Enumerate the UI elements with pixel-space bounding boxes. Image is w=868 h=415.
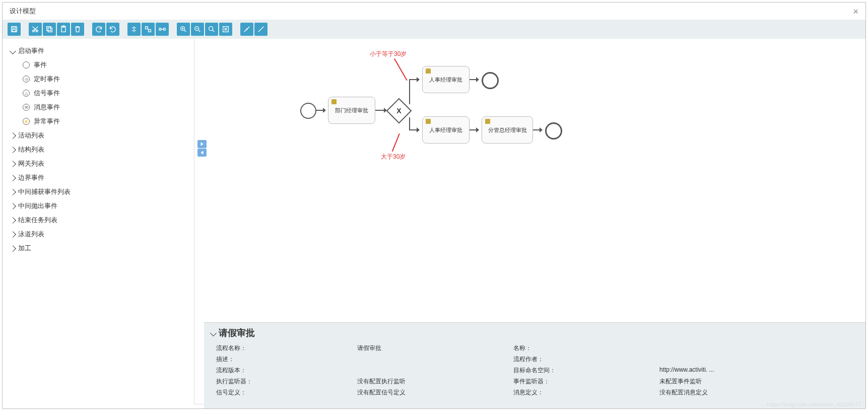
copy-button[interactable] [43,23,56,36]
prop-value[interactable]: 没有配置执行监听 [357,377,503,386]
cut-icon [31,25,39,33]
zoom-fit-button[interactable] [219,23,232,36]
cut-button[interactable] [29,23,42,36]
prop-value[interactable]: 没有配置消息定义 [659,388,790,397]
section-intermediate-catch[interactable]: 中间捕获事件列表 [11,185,186,199]
annotation-arrow [394,58,408,81]
bpmn-exclusive-gateway[interactable]: X [386,98,412,124]
prop-label: 信号定义： [216,388,347,397]
circle-icon [23,61,30,68]
sequence-flow[interactable] [470,129,479,130]
zoom-out-button[interactable] [191,23,204,36]
prop-value[interactable] [659,355,790,364]
spacing-button[interactable] [156,23,169,36]
same-size-button[interactable] [142,23,155,36]
sequence-flow[interactable] [470,79,479,80]
section-label: 加工 [18,244,31,253]
sequence-flow[interactable] [409,79,419,80]
section-label: 活动列表 [18,131,44,140]
section-label: 中间捕获事件列表 [18,187,71,196]
prop-value[interactable] [659,344,790,353]
delete-button[interactable] [71,23,84,36]
section-end-events[interactable]: 结束任务列表 [11,213,186,227]
properties-title[interactable]: 请假审批 [204,323,865,343]
prop-value[interactable]: 没有配置信号定义 [357,388,503,397]
toolbar [3,20,865,39]
paste-button[interactable] [57,23,70,36]
section-gateways[interactable]: 网关列表 [11,157,186,171]
redo-button[interactable] [92,23,105,36]
section-intermediate-throw[interactable]: 中间抛出事件 [11,199,186,213]
section-boundary-events[interactable]: 边界事件 [11,171,186,185]
bendpoint-add-button[interactable] [240,23,253,36]
section-swimlanes[interactable]: 泳道列表 [11,227,186,241]
prop-label: 事件监听器： [513,377,649,386]
prop-value[interactable]: 未配置事件监听 [659,377,790,386]
bpmn-user-task-vp[interactable]: 分管总经理审批 [482,116,533,144]
zoom-reset-button[interactable] [205,23,218,36]
bendremove-icon [257,25,265,33]
bpmn-start-event[interactable] [300,103,316,119]
zoom-fit-icon [222,25,230,33]
prop-value[interactable]: 请假审批 [357,344,503,353]
undo-icon [109,25,117,33]
bpmn-user-task-hr2[interactable]: 人事经理审批 [422,116,470,144]
section-structural[interactable]: 结构列表 [11,143,186,157]
prop-label: 消息定义： [513,388,649,397]
svg-rect-10 [149,30,151,32]
annotation-arrow [392,133,400,152]
palette-item-error-start[interactable]: ⚡异常事件 [23,114,186,128]
envelope-icon: ✉ [23,104,30,111]
undo-button[interactable] [106,23,119,36]
paste-icon [59,25,68,33]
bendpoint-remove-button[interactable] [254,23,268,36]
section-label: 网关列表 [18,159,44,168]
palette-item-none-start[interactable]: 事件 [23,58,186,72]
prop-value[interactable] [357,355,503,364]
task-label: 人事经理审批 [429,76,462,84]
sequence-flow[interactable] [316,110,325,111]
annotation-lower: 大于30岁 [381,153,406,161]
svg-rect-6 [47,27,51,31]
trash-icon [74,25,82,33]
sequence-flow[interactable] [533,129,542,130]
svg-rect-5 [48,28,52,32]
task-label: 人事经理审批 [429,126,462,134]
prop-value[interactable] [357,366,503,375]
sequence-flow[interactable] [409,129,419,130]
page-title: 设计模型 [3,3,865,20]
section-start-events[interactable]: 启动事件 [11,44,186,58]
zoom-in-button[interactable] [177,23,190,36]
svg-rect-1 [13,27,15,28]
bpmn-end-event[interactable] [545,122,562,140]
svg-rect-11 [159,28,161,30]
svg-rect-9 [146,27,148,29]
palette-item-label: 事件 [34,60,47,70]
bpmn-user-task-hr1[interactable]: 人事经理审批 [422,66,470,93]
align-icon [130,25,138,33]
close-icon[interactable]: × [853,7,858,17]
sequence-flow[interactable] [409,79,410,104]
prop-label: 名称： [513,344,649,353]
palette-item-label: 异常事件 [34,117,60,126]
palette-item-timer-start[interactable]: ◷定时事件 [23,72,186,86]
resize-icon [144,25,152,33]
section-label: 结构列表 [18,145,44,154]
palette-sidebar: 启动事件 事件 ◷定时事件 △信号事件 ✉消息事件 ⚡异常事件 活动列表 结构列… [3,39,194,404]
zoom-reset-icon [208,25,216,33]
palette-item-signal-start[interactable]: △信号事件 [23,86,186,100]
prop-value[interactable]: http://www.activiti. ... [659,366,790,375]
bendadd-icon [243,25,251,33]
palette-item-message-start[interactable]: ✉消息事件 [23,100,186,114]
bpmn-user-task-dept[interactable]: 部门经理审批 [328,97,375,124]
save-button[interactable] [8,23,21,36]
align-button[interactable] [127,23,141,36]
redo-icon [95,25,103,33]
bpmn-end-event[interactable] [482,72,499,89]
section-label: 边界事件 [18,173,44,182]
section-label: 结束任务列表 [18,216,57,225]
section-artifacts[interactable]: 加工 [11,241,186,255]
sequence-flow[interactable] [409,117,410,129]
section-activities[interactable]: 活动列表 [11,128,186,143]
sequence-flow[interactable] [375,110,386,111]
